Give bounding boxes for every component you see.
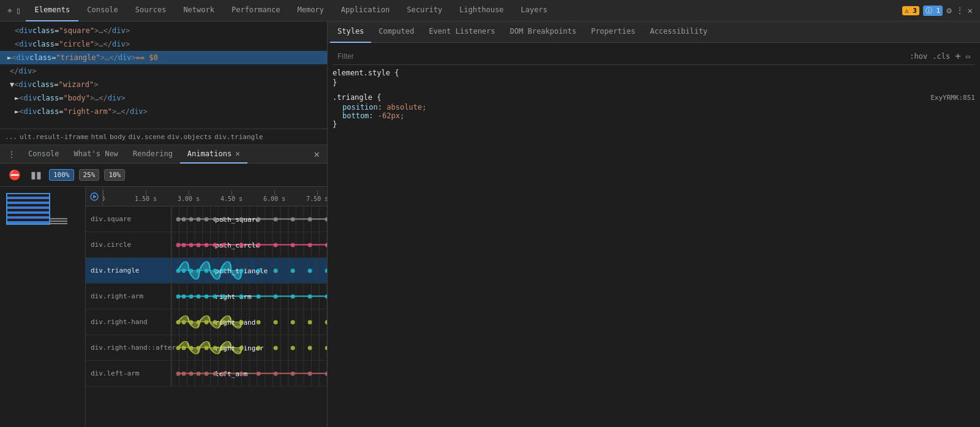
anim-row[interactable]: div.right-handright_hand: [86, 309, 327, 335]
tab-layers[interactable]: Layers: [512, 0, 556, 21]
tab-sources[interactable]: Sources: [127, 0, 175, 21]
top-nav: ⌖ ▯ Elements Console Sources Network Per…: [0, 0, 980, 21]
tab-accessibility[interactable]: Accessibility: [643, 21, 715, 43]
nav-icons: ⌖ ▯: [2, 6, 26, 16]
info-badge: ⓘ 1: [923, 6, 943, 16]
tree-line[interactable]: ► <div class="triangle">…</div> == $0: [0, 51, 327, 64]
css-source-file[interactable]: ExyYRMK:851: [930, 94, 975, 102]
tab-lighthouse[interactable]: Lighthouse: [451, 0, 512, 21]
anim-preview-box: [6, 193, 50, 225]
tree-line[interactable]: <div class="circle">…</div>: [0, 37, 327, 51]
breadcrumb-body[interactable]: body: [110, 133, 126, 141]
anim-pause-btn[interactable]: ▮▮: [28, 168, 44, 182]
tab-animations[interactable]: Animations ✕: [180, 145, 247, 164]
cursor-icon[interactable]: ⌖: [7, 6, 12, 16]
replay-btn[interactable]: [86, 187, 103, 206]
tab-memory[interactable]: Memory: [288, 0, 332, 21]
tab-application[interactable]: Application: [333, 0, 398, 21]
cls-toggle[interactable]: .cls: [932, 52, 950, 61]
row-label: div.circle: [86, 232, 172, 257]
styles-content: :hov .cls + ▭ element.style { } .triangl…: [328, 43, 980, 427]
drawer-dots-menu[interactable]: ⋮: [2, 149, 21, 159]
css-block-triangle: .triangle { ExyYRMK:851 position: absolu…: [333, 93, 975, 129]
row-track: right_hand: [172, 309, 327, 334]
filter-input[interactable]: [337, 52, 910, 61]
ruler-mark: 1.50 s: [135, 195, 157, 202]
timeline-ruler: 01.50 s3.00 s4.50 s6.00 s7.50 s9.00 s10.…: [103, 187, 327, 206]
tree-line[interactable]: ► <div class="body">…</div>: [0, 91, 327, 105]
bottom-panel: ⋮ Console What's New Rendering Animation…: [0, 145, 327, 427]
ruler-mark: 0: [103, 195, 105, 202]
tab-elements[interactable]: Elements: [26, 0, 78, 21]
tab-styles[interactable]: Styles: [330, 21, 371, 43]
row-track: path_triangle: [172, 258, 327, 283]
settings-icon[interactable]: ⚙: [946, 6, 951, 15]
anim-row[interactable]: div.trianglepath_triangle: [86, 258, 327, 284]
speed-100[interactable]: 100%: [49, 169, 74, 181]
breadcrumb-dots[interactable]: ...: [5, 133, 17, 141]
row-track: path_circle: [172, 232, 327, 257]
tab-performance[interactable]: Performance: [223, 0, 288, 21]
nav-right: ⚠ 3 ⓘ 1 ⚙ ⋮ ✕: [902, 6, 978, 16]
row-label: div.right-hand: [86, 309, 172, 334]
tree-line[interactable]: </div>: [0, 64, 327, 78]
tab-dom-breakpoints[interactable]: DOM Breakpoints: [503, 21, 584, 43]
row-label: div.right-hand::after: [86, 335, 172, 360]
tab-security[interactable]: Security: [398, 0, 451, 21]
tab-console[interactable]: Console: [78, 0, 127, 21]
tab-whats-new[interactable]: What's New: [67, 145, 126, 164]
tab-event-listeners[interactable]: Event Listeners: [421, 21, 502, 43]
speed-10[interactable]: 10%: [104, 169, 125, 181]
anim-toolbar: ⛔ ▮▮ 100% 25% 10%: [0, 164, 327, 187]
left-panel: <div class="square">…</div><div class="c…: [0, 21, 328, 427]
close-drawer-btn[interactable]: ✕: [309, 148, 325, 160]
anim-row[interactable]: div.right-armright arm: [86, 284, 327, 309]
ruler-mark: 6.00 s: [263, 195, 285, 202]
animations-panel: ⛔ ▮▮ 100% 25% 10%: [0, 164, 327, 427]
row-track: right_finger: [172, 335, 327, 360]
tab-computed[interactable]: Computed: [371, 21, 421, 43]
hov-toggle[interactable]: :hov: [910, 52, 927, 61]
anim-row[interactable]: div.circlepath_circle: [86, 232, 327, 258]
anim-row[interactable]: div.right-hand::afterright_finger: [86, 335, 327, 361]
animations-close-btn[interactable]: ✕: [235, 149, 240, 158]
row-label: div.square: [86, 206, 172, 232]
close-icon[interactable]: ✕: [968, 6, 973, 15]
tab-rendering[interactable]: Rendering: [126, 145, 180, 164]
tab-console-drawer[interactable]: Console: [21, 145, 67, 164]
breadcrumb: ... ult.result-iframe html body div.scen…: [0, 129, 327, 145]
row-track: right arm: [172, 284, 327, 309]
toggle-sidebar[interactable]: ▭: [966, 52, 970, 61]
anim-row[interactable]: div.left-armleft_arm: [86, 361, 327, 387]
add-style-rule[interactable]: +: [955, 50, 961, 62]
ruler-mark: 7.50 s: [306, 195, 327, 202]
anim-row[interactable]: div.squarepath_square: [86, 206, 327, 232]
row-track: path_square: [172, 206, 327, 232]
row-track: left_arm: [172, 361, 327, 386]
css-source-triangle: .triangle { ExyYRMK:851: [333, 93, 975, 102]
tab-network[interactable]: Network: [175, 0, 223, 21]
anim-main: 01.50 s3.00 s4.50 s6.00 s7.50 s9.00 s10.…: [0, 187, 327, 427]
speed-25[interactable]: 25%: [79, 169, 100, 181]
more-icon[interactable]: ⋮: [956, 6, 964, 15]
breadcrumb-scene[interactable]: div.scene: [128, 133, 165, 141]
breadcrumb-html[interactable]: html: [91, 133, 107, 141]
tree-line[interactable]: ► <div class="right-arm">…</div>: [0, 105, 327, 118]
anim-timeline[interactable]: 01.50 s3.00 s4.50 s6.00 s7.50 s9.00 s10.…: [86, 187, 327, 427]
breadcrumb-iframe[interactable]: ult.result-iframe: [20, 133, 89, 141]
device-icon[interactable]: ▯: [16, 6, 21, 15]
tree-line[interactable]: ▼ <div class="wizard">: [0, 78, 327, 91]
breadcrumb-objects[interactable]: div.objects: [167, 133, 212, 141]
filter-actions: :hov .cls + ▭: [910, 50, 970, 62]
anim-clear-btn[interactable]: ⛔: [6, 168, 23, 182]
breadcrumb-triangle[interactable]: div.triangle: [214, 133, 263, 141]
main-layout: <div class="square">…</div><div class="c…: [0, 21, 980, 427]
styles-tabs: Styles Computed Event Listeners DOM Brea…: [328, 21, 980, 43]
row-label: div.right-arm: [86, 284, 172, 309]
css-selector: element.style {: [333, 69, 399, 77]
anim-preview-col: [0, 187, 86, 427]
animation-wave-icon: [49, 213, 69, 225]
tab-properties[interactable]: Properties: [584, 21, 643, 43]
svg-marker-4: [93, 195, 97, 198]
tree-line[interactable]: <div class="square">…</div>: [0, 24, 327, 37]
